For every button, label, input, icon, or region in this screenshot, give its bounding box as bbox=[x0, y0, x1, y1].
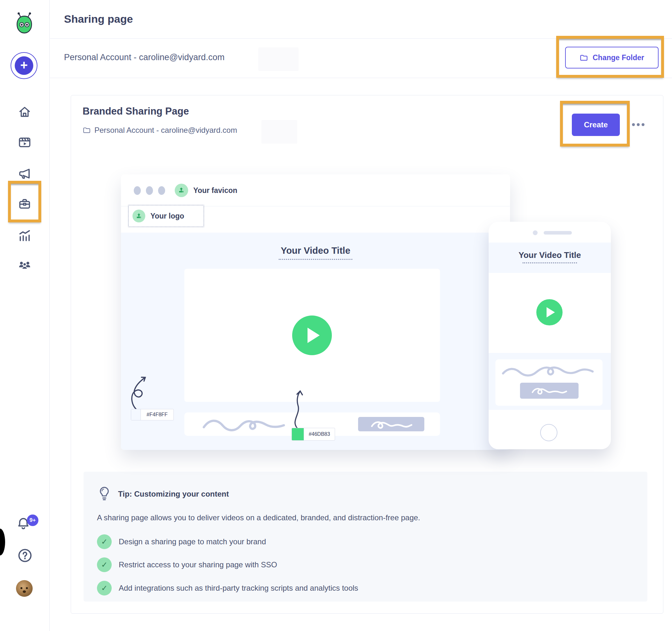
upload-icon bbox=[135, 213, 142, 219]
favicon-upload-spot bbox=[175, 184, 188, 197]
sidebar-item-home[interactable] bbox=[18, 105, 32, 119]
color-swatch bbox=[131, 409, 141, 420]
sidebar-item-analytics[interactable] bbox=[18, 229, 32, 243]
tip-item-label: Restrict access to your sharing page wit… bbox=[119, 560, 277, 569]
check-icon: ✓ bbox=[97, 557, 112, 572]
background-hex-label: #F4F8FF bbox=[141, 409, 173, 420]
sidebar-item-contacts[interactable] bbox=[18, 258, 32, 272]
mobile-page-section bbox=[489, 353, 611, 410]
annotation-arrow-icon bbox=[286, 388, 309, 431]
mobile-preview-mockup: Your Video Title bbox=[489, 222, 611, 449]
background-color-chip: #F4F8FF bbox=[131, 409, 174, 420]
sidebar-item-promote[interactable] bbox=[18, 167, 32, 181]
squiggle-button-label bbox=[529, 385, 570, 396]
player-hex-label: #46DB83 bbox=[304, 428, 335, 440]
question-icon bbox=[17, 547, 33, 564]
tip-heading: Tip: Customizing your content bbox=[118, 490, 229, 499]
change-folder-label: Change Folder bbox=[593, 53, 644, 62]
logo-upload-spot: Your logo bbox=[128, 205, 204, 227]
video-player-placeholder bbox=[184, 269, 440, 402]
mobile-video-title: Your Video Title bbox=[489, 250, 611, 260]
cta-button-placeholder bbox=[358, 417, 424, 431]
browser-top-bar: Your favicon bbox=[121, 174, 510, 207]
redacted-blur bbox=[258, 47, 298, 71]
phone-home-button-icon bbox=[540, 424, 557, 441]
play-button-icon bbox=[536, 299, 562, 325]
tip-item-label: Design a sharing page to match your bran… bbox=[119, 537, 266, 546]
contacts-icon bbox=[18, 258, 32, 272]
tip-checklist-item: ✓ Restrict access to your sharing page w… bbox=[97, 557, 277, 572]
briefcase-icon bbox=[18, 197, 32, 211]
tip-description: A sharing page allows you to deliver vid… bbox=[97, 513, 420, 522]
card-folder-label: Personal Account - caroline@vidyard.com bbox=[94, 126, 237, 135]
tip-panel: Tip: Customizing your content A sharing … bbox=[83, 472, 647, 602]
sidebar-item-sharing-hub[interactable] bbox=[18, 197, 32, 211]
vidyard-logo[interactable] bbox=[15, 12, 34, 34]
card-title: Branded Sharing Page bbox=[82, 105, 189, 117]
robot-logo-icon bbox=[15, 12, 34, 34]
notification-badge: 9+ bbox=[27, 514, 39, 526]
annotation-arrow-icon bbox=[130, 373, 155, 413]
more-options-button[interactable] bbox=[632, 123, 645, 126]
tip-checklist-item: ✓ Add integrations such as third-party t… bbox=[97, 581, 358, 596]
mobile-title-band: Your Video Title bbox=[489, 243, 611, 273]
folder-icon bbox=[82, 126, 91, 135]
play-button-icon bbox=[292, 316, 332, 355]
squiggle-button-label bbox=[367, 418, 415, 430]
check-icon: ✓ bbox=[97, 581, 112, 596]
mobile-content-card bbox=[495, 359, 603, 406]
sidebar-create-button[interactable]: + bbox=[10, 52, 38, 79]
desktop-video-title: Your Video Title bbox=[121, 245, 510, 256]
megaphone-icon bbox=[18, 167, 32, 181]
squiggle-text-placeholder bbox=[501, 363, 597, 379]
phone-camera-icon bbox=[533, 230, 537, 235]
check-icon: ✓ bbox=[97, 534, 112, 549]
player-color-chip: #46DB83 bbox=[291, 428, 335, 441]
desktop-preview-mockup: Your favicon Your logo Your Video Title bbox=[121, 174, 510, 450]
create-button[interactable]: Create bbox=[572, 114, 620, 136]
title-dotted-underline bbox=[279, 259, 352, 260]
plus-icon: + bbox=[15, 56, 33, 75]
sidebar: + bbox=[0, 0, 50, 631]
upload-icon bbox=[177, 187, 185, 194]
card-folder-row: Personal Account - caroline@vidyard.com bbox=[82, 126, 237, 135]
lightbulb-icon bbox=[98, 486, 111, 503]
phone-speaker-icon bbox=[544, 231, 572, 235]
account-breadcrumb: Personal Account - caroline@vidyard.com bbox=[64, 52, 225, 63]
videos-icon bbox=[18, 135, 32, 149]
sidebar-item-videos[interactable] bbox=[18, 135, 32, 149]
window-control-icon bbox=[146, 186, 153, 195]
ellipsis-icon bbox=[632, 123, 635, 126]
help-button[interactable] bbox=[17, 547, 33, 564]
color-swatch bbox=[292, 428, 304, 440]
favicon-label: Your favicon bbox=[193, 174, 237, 207]
tip-item-label: Add integrations such as third-party tra… bbox=[119, 584, 358, 592]
folder-icon bbox=[579, 53, 588, 62]
analytics-icon bbox=[18, 229, 32, 243]
subheader-divider bbox=[50, 78, 672, 78]
change-folder-button[interactable]: Change Folder bbox=[565, 47, 658, 69]
user-avatar[interactable] bbox=[16, 580, 33, 597]
tip-checklist-item: ✓ Design a sharing page to match your br… bbox=[97, 534, 266, 549]
ellipsis-icon bbox=[637, 123, 640, 126]
upload-circle bbox=[133, 210, 145, 222]
sharing-page-body: Your Video Title bbox=[121, 233, 510, 450]
redacted-blur bbox=[261, 120, 297, 144]
cta-button-placeholder bbox=[520, 383, 579, 399]
page-title: Sharing page bbox=[64, 13, 133, 25]
ellipsis-icon bbox=[642, 123, 645, 126]
logo-label: Your logo bbox=[150, 212, 184, 220]
window-control-icon bbox=[158, 186, 165, 195]
home-icon bbox=[18, 105, 32, 119]
app-screen: + bbox=[0, 0, 672, 631]
title-dotted-underline bbox=[523, 262, 577, 263]
window-control-icon bbox=[134, 186, 141, 195]
